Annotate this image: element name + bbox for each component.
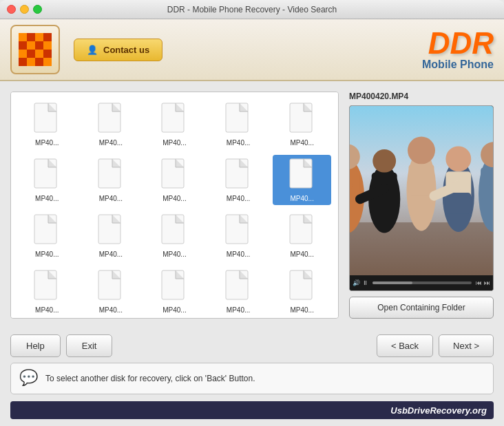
play-pause-button[interactable]: ⏸ <box>362 279 368 286</box>
svg-rect-7 <box>35 33 43 41</box>
svg-rect-89 <box>226 159 248 188</box>
file-item[interactable]: MP40... <box>145 99 204 149</box>
file-item[interactable]: MP40... <box>82 266 140 317</box>
svg-rect-121 <box>162 215 184 244</box>
brand-area: DDR Mobile Phone <box>422 28 494 71</box>
file-icon <box>96 158 126 193</box>
contact-button[interactable]: 👤 Contact us <box>74 39 162 61</box>
chat-icon: 💬 <box>19 369 39 388</box>
exit-button[interactable]: Exit <box>66 334 113 357</box>
svg-rect-195 <box>445 193 471 214</box>
file-label: MP40... <box>99 306 123 314</box>
svg-rect-49 <box>226 103 248 132</box>
window-controls[interactable] <box>7 5 42 14</box>
video-progress[interactable] <box>372 281 472 284</box>
svg-rect-5 <box>19 33 27 41</box>
file-item[interactable]: MP40... <box>273 99 331 149</box>
help-button[interactable]: Help <box>10 334 61 357</box>
file-label: MP40... <box>290 139 313 147</box>
file-label: MP40... <box>290 195 313 202</box>
file-label: MP40... <box>227 251 250 258</box>
svg-rect-65 <box>34 159 56 188</box>
file-item[interactable]: MP40... <box>273 266 331 317</box>
file-item[interactable]: MP40... <box>209 211 268 261</box>
file-icon <box>159 102 189 138</box>
file-icon <box>96 102 126 138</box>
volume-icon[interactable]: 🔊 <box>353 279 360 286</box>
svg-rect-12 <box>43 41 52 50</box>
svg-rect-41 <box>162 103 184 132</box>
file-icon <box>287 213 317 249</box>
svg-rect-169 <box>226 270 248 299</box>
file-item[interactable]: MP40... <box>18 266 76 317</box>
file-item[interactable]: MP40... <box>209 266 268 317</box>
title-bar: DDR - Mobile Phone Recovery - Video Sear… <box>0 0 504 19</box>
file-item[interactable]: MP40... <box>18 211 76 261</box>
next-button[interactable]: Next > <box>439 334 494 357</box>
svg-rect-17 <box>19 58 27 66</box>
file-label: MP40... <box>290 251 313 258</box>
svg-rect-81 <box>162 159 184 188</box>
svg-point-190 <box>408 137 435 164</box>
svg-rect-191 <box>409 164 434 196</box>
file-item[interactable]: MP40... <box>82 211 140 261</box>
close-button[interactable] <box>7 5 16 14</box>
open-folder-button[interactable]: Open Containing Folder <box>349 297 494 319</box>
file-icon <box>32 102 62 138</box>
svg-point-193 <box>445 146 471 171</box>
file-item[interactable]: MP40... <box>145 266 204 317</box>
header: 👤 Contact us DDR Mobile Phone <box>0 19 504 81</box>
file-label: MP40... <box>35 251 59 258</box>
file-icon <box>159 269 189 305</box>
back-button[interactable]: < Back <box>377 334 433 357</box>
file-icon <box>287 158 317 193</box>
svg-rect-18 <box>27 58 35 66</box>
file-label: MP40... <box>290 306 313 314</box>
file-label: MP40... <box>99 251 123 258</box>
file-item[interactable]: MP40... <box>82 155 140 205</box>
svg-rect-113 <box>98 215 120 244</box>
file-item[interactable]: MP40... <box>18 155 76 205</box>
svg-rect-15 <box>35 50 43 58</box>
file-label: MP40... <box>35 195 59 202</box>
step-back-button[interactable]: ⏮ <box>476 279 482 286</box>
preview-box: 🔊 ⏸ ⏮ ⏭ <box>349 105 494 291</box>
svg-rect-6 <box>27 33 35 41</box>
file-label: MP40... <box>227 139 250 147</box>
svg-rect-161 <box>162 270 184 299</box>
file-icon <box>96 269 126 305</box>
svg-rect-153 <box>98 270 120 299</box>
file-item[interactable]: MP40... <box>273 155 331 205</box>
file-label: MP40... <box>227 195 250 202</box>
svg-rect-14 <box>27 50 35 58</box>
svg-point-187 <box>372 149 396 173</box>
status-bar: 💬 To select another disk for recovery, c… <box>10 363 494 394</box>
file-icon <box>223 213 253 249</box>
video-controls[interactable]: 🔊 ⏸ ⏮ ⏭ <box>350 275 493 290</box>
file-grid: MP40...MP40...MP40...MP40...MP40...MP40.… <box>18 99 331 317</box>
file-item[interactable]: MP40... <box>18 99 76 149</box>
file-label: MP40... <box>227 306 250 314</box>
svg-rect-11 <box>35 41 43 50</box>
file-item[interactable]: MP40... <box>145 211 204 261</box>
footer: UsbDriveRecovery.org <box>10 401 494 419</box>
step-forward-button[interactable]: ⏭ <box>484 279 490 286</box>
file-item[interactable]: MP40... <box>82 99 140 149</box>
file-item[interactable]: MP40... <box>209 99 268 149</box>
bottom-buttons: Help Exit < Back Next > <box>0 329 504 363</box>
svg-rect-9 <box>19 41 27 50</box>
file-icon <box>287 269 317 305</box>
file-item[interactable]: MP40... <box>273 211 331 261</box>
file-icon <box>96 213 126 249</box>
file-label: MP40... <box>99 139 123 147</box>
minimize-button[interactable] <box>20 5 29 14</box>
file-item[interactable]: MP40... <box>145 155 204 205</box>
file-item[interactable]: MP40... <box>209 155 268 205</box>
window-title: DDR - Mobile Phone Recovery - Video Sear… <box>167 5 337 14</box>
maximize-button[interactable] <box>33 5 42 14</box>
file-label: MP40... <box>35 306 59 314</box>
file-grid-area[interactable]: MP40...MP40...MP40...MP40...MP40...MP40.… <box>10 92 339 319</box>
svg-rect-25 <box>34 103 56 132</box>
file-icon <box>287 102 317 138</box>
svg-rect-137 <box>290 215 312 244</box>
